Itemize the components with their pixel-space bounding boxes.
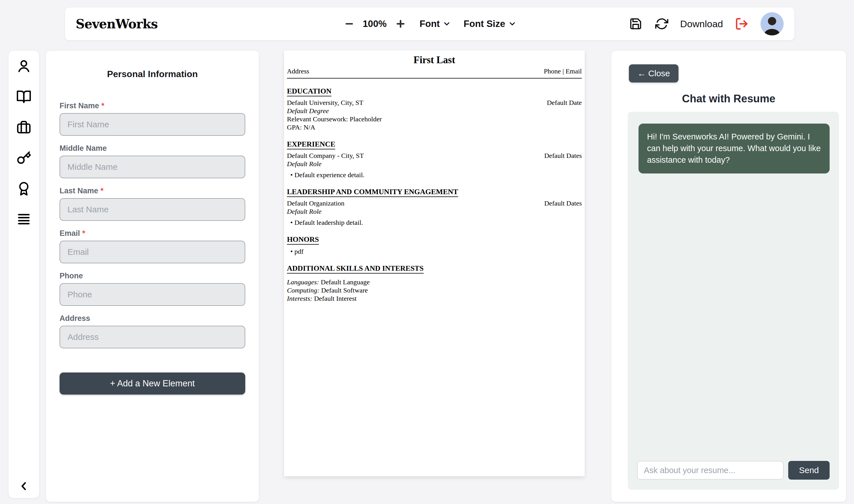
sidebar-item-experience[interactable] [16, 119, 32, 135]
required-marker: * [82, 229, 85, 237]
experience-role: Default Role [287, 160, 582, 168]
last-name-input[interactable] [59, 198, 245, 221]
sidebar-item-honors[interactable] [16, 181, 32, 196]
resume-phone-email: Phone | Email [544, 68, 582, 75]
education-gpa: GPA: N/A [287, 123, 582, 131]
app-logo: SevenWorks [76, 17, 158, 31]
experience-org: Default Company - City, ST [287, 152, 364, 160]
save-button[interactable] [628, 16, 643, 32]
header-toolbar: 100% Font Font Size [343, 17, 517, 30]
menu-lines-icon [16, 212, 32, 227]
sidebar-item-personal[interactable] [16, 58, 32, 74]
leadership-entry-row: Default Organization Default Dates [287, 199, 582, 208]
avatar-image [761, 12, 784, 35]
resume-address: Address [287, 68, 309, 75]
minus-icon [344, 19, 354, 29]
chat-panel: ← Close Chat with Resume Hi! I'm Sevenwo… [611, 51, 846, 502]
education-entry-row: Default University, City, ST Default Dat… [287, 98, 582, 107]
section-heading: LEADERSHIP AND COMMUNITY ENGAGEMENT [287, 188, 458, 197]
field-address: Address [59, 314, 245, 348]
email-label: Email* [59, 229, 245, 238]
last-name-label: Last Name* [59, 186, 245, 195]
section-heading: EXPERIENCE [287, 140, 335, 149]
experience-date: Default Dates [544, 152, 582, 160]
person-icon [16, 58, 32, 74]
resume-section-honors: HONORS • pdf [287, 235, 582, 256]
skills-languages: Languages: Default Language [287, 278, 582, 286]
logout-icon [735, 17, 749, 31]
field-middle-name: Middle Name [59, 144, 245, 178]
download-button[interactable]: Download [680, 18, 723, 30]
zoom-controls: 100% [343, 17, 407, 30]
logout-button[interactable] [734, 16, 750, 32]
phone-label: Phone [59, 272, 245, 280]
award-icon [16, 181, 32, 196]
section-sidebar [8, 51, 39, 498]
send-button[interactable]: Send [788, 461, 830, 480]
chevron-left-icon [17, 480, 30, 493]
education-date: Default Date [547, 98, 582, 107]
first-name-input[interactable] [59, 113, 245, 136]
header-actions: Download [628, 12, 784, 35]
middle-name-label: Middle Name [59, 144, 245, 153]
section-heading: HONORS [287, 235, 319, 245]
resume-preview: First Last Address Phone | Email EDUCATI… [284, 51, 585, 476]
honors-bullet: • pdf [287, 248, 582, 256]
education-degree: Default Degree [287, 107, 582, 115]
address-label: Address [59, 314, 245, 323]
experience-entry-row: Default Company - City, ST Default Dates [287, 152, 582, 160]
resume-section-education: EDUCATION Default University, City, ST D… [287, 87, 582, 131]
chat-input[interactable] [637, 461, 784, 480]
resume-section-leadership: LEADERSHIP AND COMMUNITY ENGAGEMENT Defa… [287, 188, 582, 227]
required-marker: * [102, 102, 105, 110]
key-icon [16, 150, 32, 165]
email-input[interactable] [59, 241, 245, 263]
add-element-button[interactable]: + Add a New Element [59, 373, 245, 395]
ai-message-bubble: Hi! I'm Sevenworks AI! Powered by Gemini… [639, 124, 830, 174]
chat-input-row: Send [637, 461, 830, 480]
chevron-down-icon [508, 20, 517, 28]
skills-interests: Interests: Default Interest [287, 294, 582, 303]
zoom-level: 100% [363, 18, 387, 29]
form-title: Personal Information [59, 69, 245, 79]
sidebar-item-sections[interactable] [16, 211, 32, 227]
app-header: SevenWorks 100% Font Font Size Download [65, 7, 795, 40]
zoom-out-button[interactable] [343, 18, 355, 30]
section-heading: ADDITIONAL SKILLS AND INTERESTS [287, 264, 424, 273]
field-first-name: First Name* [59, 102, 245, 136]
field-phone: Phone [59, 272, 245, 306]
chat-message-area: Hi! I'm Sevenworks AI! Powered by Gemini… [628, 112, 839, 490]
sidebar-collapse-button[interactable] [16, 478, 32, 494]
address-input[interactable] [59, 326, 245, 348]
field-last-name: Last Name* [59, 186, 245, 221]
education-org: Default University, City, ST [287, 98, 363, 107]
resume-section-skills: ADDITIONAL SKILLS AND INTERESTS Language… [287, 264, 582, 303]
chat-title: Chat with Resume [611, 93, 846, 105]
first-name-label: First Name* [59, 102, 245, 110]
middle-name-input[interactable] [59, 156, 245, 178]
leadership-role: Default Role [287, 208, 582, 216]
section-heading: EDUCATION [287, 87, 332, 96]
leadership-bullet: • Default leadership detail. [287, 219, 582, 227]
zoom-in-button[interactable] [394, 17, 407, 30]
chat-close-button[interactable]: ← Close [629, 64, 678, 83]
leadership-date: Default Dates [544, 199, 582, 208]
leadership-org: Default Organization [287, 199, 344, 208]
required-marker: * [101, 186, 104, 195]
briefcase-icon [16, 120, 32, 135]
font-size-dropdown[interactable]: Font Size [464, 18, 517, 29]
refresh-icon [655, 17, 668, 30]
refresh-button[interactable] [654, 16, 670, 32]
resume-name: First Last [287, 54, 582, 66]
phone-input[interactable] [59, 283, 245, 306]
resume-section-experience: EXPERIENCE Default Company - City, ST De… [287, 140, 582, 179]
user-avatar[interactable] [761, 12, 784, 35]
sidebar-item-education[interactable] [16, 89, 32, 105]
font-size-dropdown-label: Font Size [464, 18, 505, 29]
resume-contact-row: Address Phone | Email [287, 68, 582, 75]
resume-divider [287, 78, 582, 78]
font-dropdown[interactable]: Font [420, 18, 451, 29]
sidebar-item-skills[interactable] [16, 150, 32, 166]
plus-icon [395, 18, 406, 29]
personal-info-panel: Personal Information First Name* Middle … [46, 51, 259, 502]
